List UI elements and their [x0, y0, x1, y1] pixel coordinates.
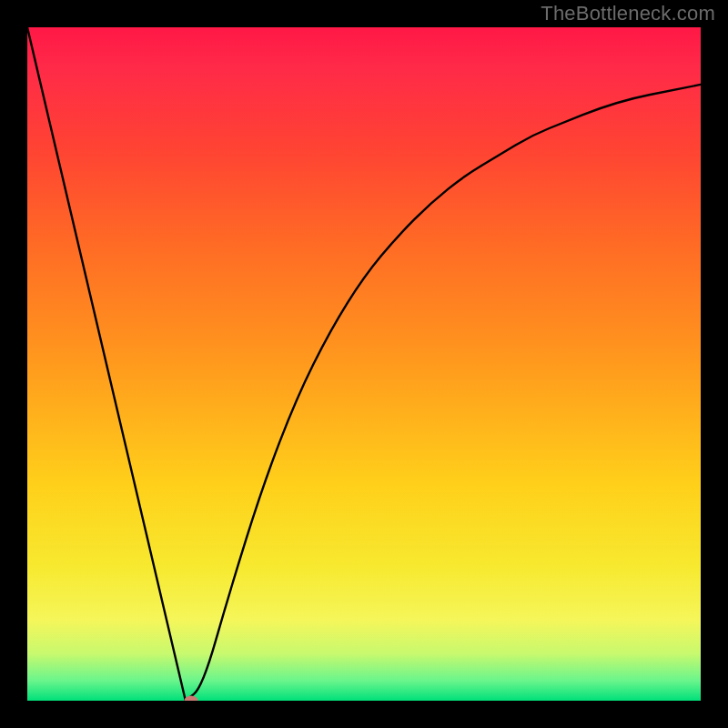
watermark-text: TheBottleneck.com: [541, 2, 715, 25]
optimal-point-marker: [184, 696, 197, 702]
bottleneck-curve: [27, 27, 701, 701]
plot-area: [27, 27, 701, 701]
chart-container: TheBottleneck.com: [0, 0, 728, 728]
